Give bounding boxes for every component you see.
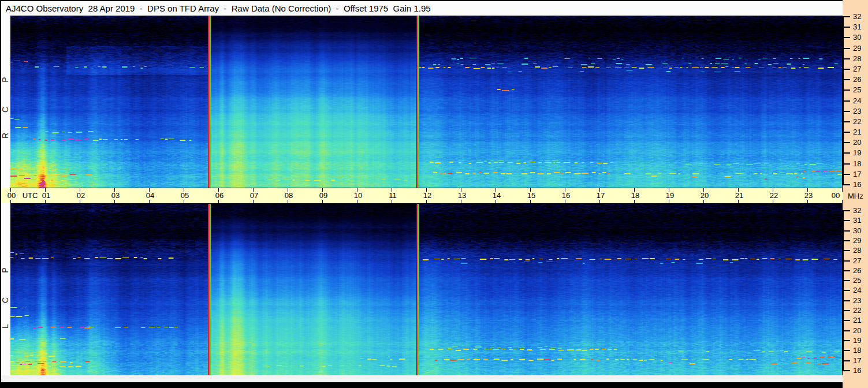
time-label: 04 (141, 192, 159, 200)
frequency-tick (843, 360, 850, 361)
time-label: 16 (557, 192, 575, 200)
frequency-tick (843, 210, 850, 211)
frequency-tick (843, 79, 850, 80)
time-tick (599, 200, 600, 203)
time-tick (634, 200, 635, 203)
frequency-label: 29 (853, 44, 867, 52)
frequency-tick (843, 16, 850, 17)
frequency-label: 16 (853, 181, 867, 188)
frequency-tick (843, 111, 850, 112)
time-tick (149, 200, 150, 203)
time-tick (807, 200, 808, 203)
frequency-tick (843, 142, 850, 143)
frequency-tick (843, 270, 850, 271)
frequency-label: 17 (853, 170, 867, 178)
polarization-letter: P (1, 266, 10, 275)
rcp-spectrogram (10, 16, 842, 188)
time-tick (357, 200, 357, 203)
frequency-tick (843, 220, 850, 221)
time-tick (218, 200, 219, 203)
frequency-tick (843, 300, 850, 301)
frequency-tick (843, 89, 850, 91)
frequency-tick (843, 310, 850, 311)
time-tick (45, 200, 46, 203)
time-tick (392, 200, 392, 203)
time-tick (426, 200, 427, 203)
frequency-label: 18 (853, 346, 867, 354)
title-bar: AJ4CO Observatory 28 Apr 2019 - DPS on T… (1, 1, 843, 16)
polarization-letter: P (1, 75, 10, 84)
time-tick (738, 200, 739, 203)
time-label: 03 (107, 192, 124, 200)
time-label: 00 (3, 192, 20, 200)
time-tick (703, 200, 704, 203)
frequency-label: 24 (853, 286, 867, 294)
frequency-tick (843, 69, 850, 70)
frequency-label: 31 (853, 23, 867, 31)
time-label: 15 (523, 192, 540, 200)
frequency-tick (843, 290, 850, 291)
page-title: AJ4CO Observatory 28 Apr 2019 - DPS on T… (1, 3, 431, 13)
frequency-label: 24 (853, 97, 867, 105)
time-label: 20 (696, 192, 713, 200)
time-label: 13 (453, 192, 471, 200)
frequency-tick (843, 250, 850, 251)
time-label: 23 (800, 192, 817, 200)
time-tick (10, 200, 11, 203)
frequency-label: 20 (853, 139, 867, 146)
utc-unit-label: UTC (20, 192, 40, 200)
time-tick (773, 200, 773, 203)
frequency-label: 30 (853, 227, 867, 234)
frequency-label: 22 (853, 307, 867, 314)
time-axis: 0001020304050607080910111213141516171819… (1, 188, 843, 203)
time-label: 22 (765, 192, 783, 200)
frequency-tick (843, 350, 850, 351)
frequency-label: 23 (853, 297, 867, 304)
frequency-tick (843, 370, 850, 371)
time-label: 21 (731, 192, 748, 200)
time-label: 11 (384, 192, 401, 200)
time-label: 19 (661, 192, 679, 200)
frequency-tick (843, 174, 850, 175)
polarization-letter: C (1, 296, 10, 305)
time-label: 00 (827, 192, 844, 200)
frequency-label: 20 (853, 327, 867, 334)
frequency-tick (843, 37, 850, 38)
frequency-tick (843, 280, 850, 281)
time-label: 05 (176, 192, 193, 200)
frequency-tick (843, 340, 850, 341)
frequency-label: 32 (853, 13, 867, 20)
time-label: 08 (280, 192, 297, 200)
time-tick (80, 200, 80, 203)
frequency-label: 21 (853, 316, 867, 324)
time-tick (669, 200, 669, 203)
time-label: 09 (315, 192, 332, 200)
bottom-margin (1, 375, 843, 382)
frequency-label: 31 (853, 217, 867, 224)
frequency-label: 27 (853, 65, 867, 73)
time-tick (114, 200, 115, 203)
time-label: 14 (488, 192, 505, 200)
time-label: 02 (72, 192, 90, 200)
frequency-label: 17 (853, 357, 867, 364)
frequency-tick (843, 163, 850, 165)
frequency-tick (843, 152, 850, 154)
time-tick (322, 200, 323, 203)
time-tick (288, 200, 288, 203)
frequency-tick (843, 27, 850, 28)
frequency-label: 27 (853, 257, 867, 264)
frequency-scale: 3231302928272625242322212019181716323130… (843, 0, 868, 388)
lcp-spectrogram (10, 204, 842, 375)
time-tick (565, 200, 565, 203)
time-label: 17 (592, 192, 609, 200)
mhz-unit-label: MHz (848, 192, 863, 200)
frequency-tick (843, 330, 850, 331)
frequency-label: 29 (853, 237, 867, 244)
time-label: 18 (627, 192, 644, 200)
frequency-label: 22 (853, 118, 867, 125)
frequency-label: 19 (853, 337, 867, 344)
frequency-tick (843, 58, 850, 59)
polarization-letter: R (1, 131, 10, 140)
time-tick (253, 200, 254, 203)
page: { "title": "AJ4CO Observatory 28 Apr 201… (0, 0, 868, 388)
